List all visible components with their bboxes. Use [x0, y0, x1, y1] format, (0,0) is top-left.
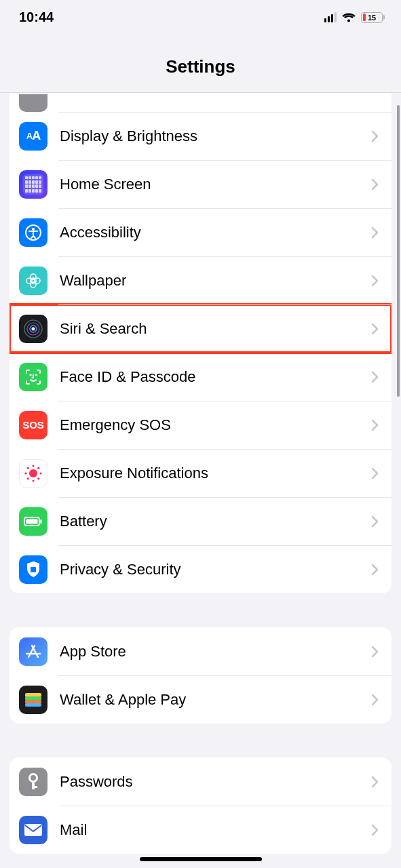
home-screen-icon — [19, 170, 47, 199]
display-brightness-icon: AA — [19, 122, 47, 151]
chevron-right-icon — [371, 371, 379, 383]
row-control-centre[interactable] — [9, 93, 392, 112]
battery-icon: 15 — [361, 12, 385, 23]
svg-point-11 — [30, 374, 31, 375]
svg-rect-23 — [26, 519, 38, 524]
svg-point-20 — [27, 477, 29, 479]
chevron-right-icon — [371, 564, 379, 576]
svg-rect-31 — [32, 781, 35, 789]
page-header: Settings — [0, 32, 401, 92]
control-centre-icon — [19, 94, 47, 112]
svg-point-12 — [35, 374, 36, 375]
accessibility-icon — [19, 218, 47, 247]
chevron-right-icon — [371, 130, 379, 142]
svg-point-21 — [37, 477, 39, 479]
row-wallet[interactable]: Wallet & Apple Pay — [9, 675, 392, 724]
svg-point-16 — [24, 472, 26, 474]
scroll-indicator[interactable] — [397, 105, 400, 397]
wifi-icon — [341, 12, 356, 23]
row-label: Wallet & Apple Pay — [60, 691, 371, 709]
row-label: Home Screen — [60, 176, 371, 193]
cellular-icon — [324, 12, 337, 22]
chevron-right-icon — [371, 515, 379, 528]
row-label: App Store — [60, 643, 371, 660]
row-label: Exposure Notifications — [60, 465, 371, 482]
row-label: Face ID & Passcode — [60, 368, 371, 386]
row-accessibility[interactable]: Accessibility — [9, 208, 392, 256]
chevron-right-icon — [371, 226, 379, 239]
row-emergency-sos[interactable]: SOS Emergency SOS — [9, 401, 392, 449]
battery-percent: 15 — [362, 14, 382, 22]
row-exposure-notifications[interactable]: Exposure Notifications — [9, 449, 392, 497]
battery-row-icon — [19, 507, 47, 536]
row-label: Mail — [60, 821, 371, 839]
svg-point-30 — [30, 774, 37, 781]
chevron-right-icon — [371, 467, 379, 479]
row-label: Wallpaper — [60, 272, 371, 290]
settings-group-general: AA Display & Brightness Home Screen Acce… — [9, 93, 392, 593]
chevron-right-icon — [371, 275, 379, 287]
row-mail[interactable]: Mail — [9, 806, 392, 854]
svg-point-1 — [32, 228, 35, 231]
row-passwords[interactable]: Passwords — [9, 757, 392, 806]
row-label: Siri & Search — [60, 320, 371, 338]
row-display-brightness[interactable]: AA Display & Brightness — [9, 112, 392, 160]
exposure-icon — [19, 459, 47, 488]
svg-point-17 — [39, 472, 41, 474]
mail-icon — [19, 816, 47, 844]
row-privacy-security[interactable]: Privacy & Security — [9, 545, 392, 593]
row-home-screen[interactable]: Home Screen — [9, 160, 392, 208]
sos-icon: SOS — [19, 411, 47, 439]
row-label: Accessibility — [60, 224, 371, 241]
status-right: 15 — [324, 12, 385, 23]
face-id-icon — [19, 363, 47, 391]
svg-rect-29 — [25, 703, 41, 707]
chevron-right-icon — [371, 419, 379, 431]
svg-point-18 — [27, 467, 29, 469]
privacy-icon — [19, 555, 47, 584]
svg-point-10 — [32, 327, 35, 330]
row-app-store[interactable]: App Store — [9, 627, 392, 675]
row-label: Emergency SOS — [60, 416, 371, 434]
row-face-id[interactable]: Face ID & Passcode — [9, 353, 392, 401]
row-siri-search[interactable]: Siri & Search — [9, 304, 392, 353]
svg-point-15 — [32, 479, 34, 481]
passwords-icon — [19, 768, 47, 796]
page-title: Settings — [0, 56, 401, 77]
row-label: Privacy & Security — [60, 561, 371, 578]
row-label: Battery — [60, 513, 371, 530]
svg-rect-33 — [24, 824, 42, 836]
row-battery[interactable]: Battery — [9, 497, 392, 545]
chevron-right-icon — [371, 646, 379, 658]
row-wallpaper[interactable]: Wallpaper — [9, 256, 392, 304]
svg-point-14 — [32, 465, 34, 467]
status-time: 10:44 — [19, 9, 54, 25]
app-store-icon — [19, 637, 47, 666]
chevron-right-icon — [371, 824, 379, 836]
svg-point-13 — [29, 469, 37, 477]
svg-rect-24 — [40, 519, 42, 524]
settings-group-store: App Store Wallet & Apple Pay — [9, 627, 392, 724]
svg-point-19 — [37, 467, 39, 469]
wallpaper-icon — [19, 267, 47, 295]
settings-group-accounts: Passwords Mail — [9, 757, 392, 854]
chevron-right-icon — [371, 776, 379, 788]
svg-rect-25 — [31, 567, 36, 572]
siri-icon — [19, 315, 47, 343]
row-label: Passwords — [60, 773, 371, 791]
svg-rect-32 — [32, 786, 37, 788]
row-label: Display & Brightness — [60, 127, 371, 145]
status-bar: 10:44 15 — [0, 0, 401, 32]
home-indicator[interactable] — [140, 857, 262, 861]
wallet-icon — [19, 686, 47, 714]
chevron-right-icon — [371, 178, 379, 191]
chevron-right-icon — [371, 323, 379, 335]
chevron-right-icon — [371, 694, 379, 706]
